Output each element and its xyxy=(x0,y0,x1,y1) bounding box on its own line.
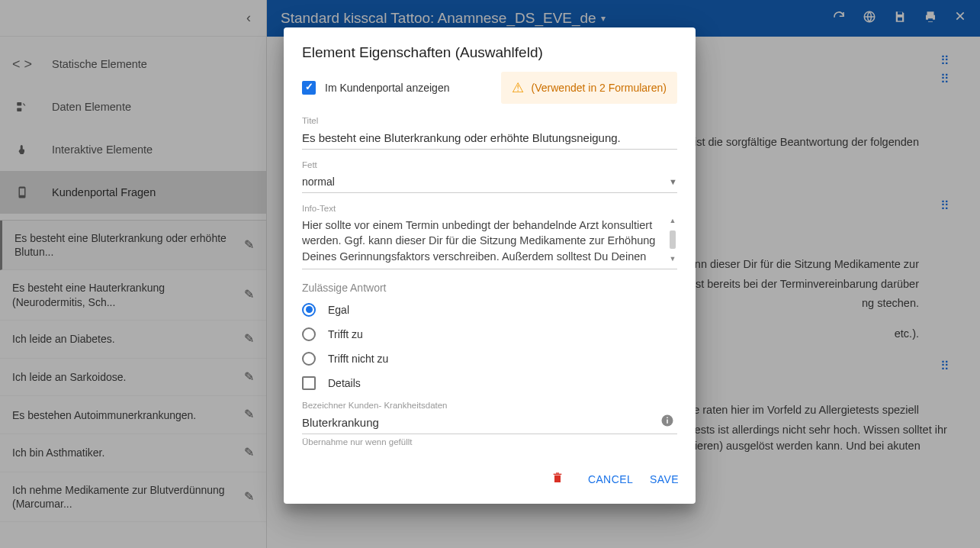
svg-rect-10 xyxy=(667,417,668,418)
details-label: Details xyxy=(328,377,361,389)
info-label: Info-Text xyxy=(302,204,677,213)
scroll-down-icon: ▼ xyxy=(670,254,676,264)
radio-icon xyxy=(302,327,316,341)
cancel-button[interactable]: CANCEL xyxy=(588,473,633,485)
checkbox-label: Im Kundenportal anzeigen xyxy=(325,82,449,94)
fett-value: normal xyxy=(302,176,335,188)
info-text-value: Hier sollte vor einem Termin unbedingt d… xyxy=(302,219,655,263)
radio-icon xyxy=(302,303,316,317)
radio-label: Trifft nicht zu xyxy=(328,353,388,365)
answers-section-label: Zulässige Antwort xyxy=(302,282,677,294)
checkbox-icon xyxy=(302,376,316,390)
helper-text: Übernahme nur wenn gefüllt xyxy=(302,437,677,446)
answer-egal[interactable]: Egal xyxy=(302,303,677,317)
usage-warning-badge: ⚠ (Verwendet in 2 Formularen) xyxy=(501,72,677,104)
answer-trifft-nicht-zu[interactable]: Trifft nicht zu xyxy=(302,352,677,366)
checkbox-icon xyxy=(302,81,316,95)
bezeichner-label: Bezeichner Kunden- Krankheitsdaten xyxy=(302,401,677,410)
details-checkbox[interactable]: Details xyxy=(302,376,677,390)
bezeichner-input[interactable] xyxy=(302,413,677,434)
warning-icon: ⚠ xyxy=(512,79,524,96)
answer-trifft-zu[interactable]: Trifft zu xyxy=(302,327,677,341)
fett-select[interactable]: normal ▼ xyxy=(302,172,677,193)
save-button[interactable]: SAVE xyxy=(650,473,679,485)
titel-input[interactable] xyxy=(302,128,677,150)
radio-icon xyxy=(302,352,316,366)
info-text-area[interactable]: Hier sollte vor einem Termin unbedingt d… xyxy=(302,216,677,269)
radio-label: Trifft zu xyxy=(328,328,363,340)
warning-text: (Verwendet in 2 Formularen) xyxy=(532,82,667,94)
delete-button[interactable] xyxy=(551,471,564,488)
titel-label: Titel xyxy=(302,116,677,125)
svg-rect-9 xyxy=(667,419,668,423)
chevron-down-icon: ▼ xyxy=(669,177,677,186)
info-icon[interactable] xyxy=(660,414,674,431)
show-in-portal-checkbox[interactable]: Im Kundenportal anzeigen xyxy=(302,81,449,95)
dialog-title: Element Eigenschaften (Auswahlfeld) xyxy=(284,27,696,72)
scroll-thumb[interactable] xyxy=(670,230,676,249)
radio-label: Egal xyxy=(328,304,349,316)
fett-label: Fett xyxy=(302,160,677,169)
properties-dialog: Element Eigenschaften (Auswahlfeld) Im K… xyxy=(284,27,696,504)
scrollbar[interactable]: ▲ ▼ xyxy=(668,216,677,264)
scroll-up-icon: ▲ xyxy=(670,216,676,226)
